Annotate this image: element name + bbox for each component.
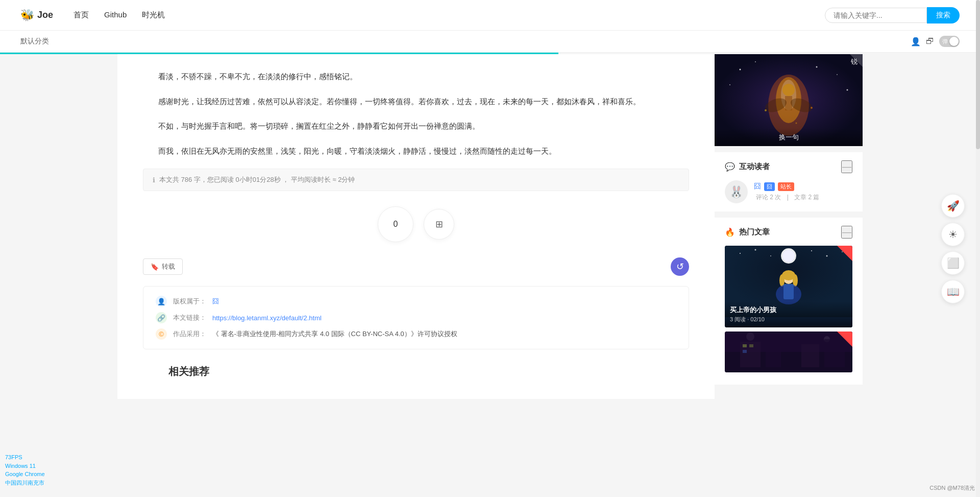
toggle-button[interactable]: 弹 [939, 36, 960, 47]
readers-title-text: 互动读者 [739, 162, 770, 172]
chat-icon: 💬 [725, 162, 735, 172]
related-section: 相关推荐 [143, 354, 689, 384]
refresh-button[interactable]: ↺ [671, 257, 689, 276]
hot-collapse-btn[interactable]: — [841, 226, 852, 239]
reader-avatar: 🐰 [725, 180, 748, 203]
sidebar-featured-image: 锐 换一句 [715, 54, 863, 146]
svg-point-4 [782, 84, 795, 96]
hot-article-2-bg [725, 332, 852, 372]
copyright-link-row: 🔗 本文链接： https://blog.letanml.xyz/default… [156, 312, 676, 323]
toggle-dot [949, 37, 959, 46]
svg-point-10 [816, 66, 818, 68]
scroll-thumb[interactable] [976, 0, 980, 149]
bookmark-icon: ⊞ [435, 219, 443, 230]
nav-home[interactable]: 首页 [74, 10, 89, 20]
like-count: 0 [394, 220, 398, 229]
svg-point-12 [729, 84, 730, 85]
hot-article-2[interactable] [725, 332, 852, 372]
image-badge: 锐 [851, 57, 857, 66]
svg-point-16 [796, 123, 797, 124]
copyright-license-row: © 作品采用： 《 署名-非商业性使用-相同方式共享 4.0 国际（CC BY-… [156, 328, 676, 340]
reader-item: 🐰 囧 囧 站长 评论 2 次 | 文章 2 篇 [725, 180, 852, 203]
sidebar-image-card: 锐 换一句 [715, 54, 863, 146]
float-buttons: 🚀 ☀ ⬜ 📖 [941, 194, 965, 303]
hot-badge-1 [837, 246, 852, 261]
reader-stats-divider: | [787, 194, 790, 201]
article-body: 看淡，不骄不躁，不卑不亢，在淡淡的修行中，感悟铭记。 感谢时光，让我经历过苦难，… [143, 69, 689, 158]
related-title: 相关推荐 [168, 365, 664, 378]
book-button[interactable]: 📖 [941, 280, 965, 303]
scrollbar[interactable] [976, 0, 980, 399]
svg-point-9 [755, 61, 756, 62]
fire-icon: 🔥 [725, 227, 735, 237]
hot-section-header: 🔥 热门文章 — [725, 226, 852, 239]
main-nav: 首页 Github 时光机 [74, 10, 165, 20]
svg-point-24 [811, 250, 812, 251]
reader-badge-station: 站长 [778, 182, 794, 191]
svg-point-22 [755, 249, 756, 251]
main-layout: 看淡，不骄不躁，不卑不亢，在淡淡的修行中，感悟铭记。 感谢时光，让我经历过苦难，… [117, 54, 863, 399]
reading-stats-text: 本文共 786 字，您已阅读 0小时01分28秒 ， 平均阅读时长 ≈ 2分钟 [159, 175, 355, 184]
readers-section: 💬 互动读者 — 🐰 囧 囧 站长 评论 2 次 | [715, 152, 863, 211]
svg-point-23 [770, 255, 771, 256]
svg-rect-42 [743, 344, 747, 347]
search-input[interactable] [825, 8, 927, 23]
repost-label: 转载 [162, 262, 175, 271]
logo-text: Joe [37, 10, 53, 20]
license-icon: © [156, 328, 167, 340]
owner-icon: 👤 [156, 296, 167, 307]
article-actions: 0 ⊞ [143, 206, 689, 242]
window-icon-btn[interactable]: 🗗 [926, 37, 934, 46]
hot-title-text: 热门文章 [739, 227, 770, 237]
book-icon: 📖 [947, 286, 960, 298]
hot-article-1[interactable]: 买上帝的小男孩 3 阅读 · 02/10 [725, 246, 852, 327]
nav-time-machine[interactable]: 时光机 [142, 10, 165, 20]
hot-section: 🔥 热门文章 — [715, 218, 863, 385]
search-button[interactable]: 搜索 [927, 7, 960, 23]
article-para-3: 不如，与时光握手言和吧。将一切琐碎，搁置在红尘之外，静静看它如何开出一份禅意的圆… [143, 119, 689, 134]
license-label: 作品采用： [173, 329, 206, 339]
reader-comments: 评论 2 次 [756, 194, 781, 201]
readers-title: 💬 互动读者 [725, 162, 770, 172]
bookmark-button[interactable]: ⊞ [424, 209, 454, 240]
reader-articles: 文章 2 篇 [794, 194, 819, 201]
hot-article-1-stats: 3 阅读 · 02/10 [730, 316, 847, 323]
hot-badge-2 [837, 332, 852, 347]
svg-point-13 [847, 89, 848, 91]
svg-point-11 [837, 74, 838, 75]
link-label: 本文链接： [173, 313, 206, 322]
article-para-2: 感谢时光，让我经历过苦难，依然可以从容淡定。若你懂得，一切终将值得。若你喜欢，过… [143, 94, 689, 109]
svg-rect-43 [749, 344, 753, 347]
reading-stats: ℹ 本文共 786 字，您已阅读 0小时01分28秒 ， 平均阅读时长 ≈ 2分… [143, 169, 689, 191]
site-logo[interactable]: 🐝 Joe [20, 9, 53, 22]
article-para-4: 而我，依旧在无风亦无雨的安然里，浅笑，阳光，向暖，守着淡淡烟火，静静活，慢慢过，… [143, 144, 689, 159]
change-quote-btn[interactable]: 换一句 [779, 133, 799, 141]
category-actions: 👤 🗗 弹 [911, 36, 960, 47]
link-value: https://blog.letanml.xyz/default/2.html [212, 314, 322, 322]
bee-icon: 🐝 [20, 9, 34, 22]
user-icon-btn[interactable]: 👤 [911, 37, 921, 46]
readers-collapse-btn[interactable]: — [841, 160, 852, 173]
svg-rect-44 [743, 350, 747, 353]
hot-title: 🔥 热门文章 [725, 227, 770, 237]
reader-name-row: 囧 囧 站长 [754, 182, 852, 191]
sun-icon: ☀ [948, 228, 958, 241]
category-bar: 默认分类 👤 🗗 弹 [0, 31, 980, 53]
image-overlay: 换一句 [715, 128, 863, 146]
nav-github[interactable]: Github [104, 10, 127, 20]
owner-label: 版权属于： [173, 297, 206, 306]
repost-icon: 🔖 [151, 263, 159, 271]
svg-point-25 [826, 255, 828, 257]
rocket-button[interactable]: 🚀 [941, 194, 965, 218]
svg-point-8 [740, 69, 741, 70]
svg-point-15 [811, 107, 813, 109]
layout-button[interactable]: ⬜ [941, 251, 965, 275]
sun-button[interactable]: ☀ [941, 223, 965, 246]
article-content: 看淡，不骄不躁，不卑不亢，在淡淡的修行中，感悟铭记。 感谢时光，让我经历过苦难，… [117, 54, 715, 399]
toggle-label: 弹 [942, 38, 948, 45]
owner-value: 囧 [212, 297, 219, 306]
svg-point-14 [765, 109, 767, 111]
repost-button[interactable]: 🔖 转载 [143, 258, 183, 275]
sidebar: 锐 换一句 💬 互动读者 — 🐰 [715, 54, 863, 399]
like-button[interactable]: 0 [378, 206, 413, 242]
